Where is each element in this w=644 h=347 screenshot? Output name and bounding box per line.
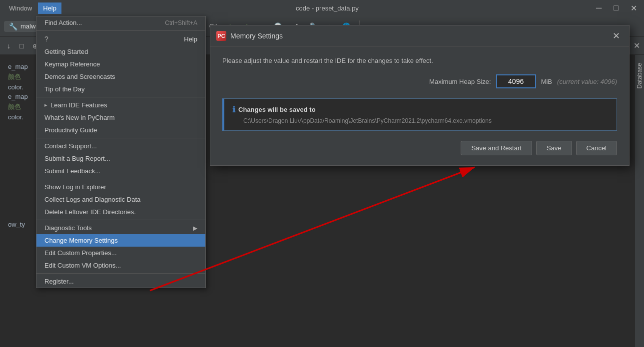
menu-submit-feedback[interactable]: Submit Feedback...	[36, 165, 205, 177]
submit-feedback-label: Submit Feedback...	[44, 167, 100, 175]
heap-size-row: Maximum Heap Size: MiB (current value: 4…	[222, 74, 617, 88]
menu-help-item[interactable]: ? Help	[36, 32, 205, 45]
menu-change-memory[interactable]: Change Memory Settings	[36, 234, 205, 247]
menu-sep-1	[36, 30, 205, 31]
menu-submit-bug[interactable]: Submit a Bug Report...	[36, 152, 205, 165]
save-path-title-text: Changes will be saved to	[238, 106, 316, 113]
memory-settings-dialog[interactable]: PC Memory Settings ✕ Please adjust the v…	[210, 25, 630, 166]
database-tab[interactable]: Database	[635, 59, 644, 92]
whats-new-label: What's New in PyCharm	[44, 114, 114, 121]
edit-vm-options-label: Edit Custom VM Options...	[44, 262, 121, 269]
save-path-title: ℹ Changes will be saved to	[232, 105, 609, 114]
menu-sep-5	[36, 220, 205, 220]
menu-keymap-ref[interactable]: Keymap Reference	[36, 58, 205, 70]
delete-leftover-label: Delete Leftover IDE Directories.	[44, 208, 136, 216]
menu-help[interactable]: Help	[38, 2, 61, 14]
save-path-value: C:\Users\Dragon Liu\AppData\Roaming\JetB…	[243, 117, 609, 124]
help-label: Help	[184, 35, 197, 43]
dialog-title-bar: PC Memory Settings ✕	[210, 25, 629, 47]
help-icon: ?	[44, 35, 48, 43]
right-panel: Database	[635, 55, 644, 347]
title-bar: Window Help code - preset_data.py ─ □ ✕	[0, 0, 644, 16]
help-menu: Find Action... Ctrl+Shift+A ? Help Getti…	[36, 16, 206, 288]
heap-unit-label: MiB	[541, 78, 552, 85]
keymap-ref-label: Keymap Reference	[44, 60, 100, 68]
menu-edit-custom-props[interactable]: Edit Custom Properties...	[36, 247, 205, 259]
menu-learn-ide[interactable]: ▸Learn IDE Features	[36, 99, 205, 111]
save-button[interactable]: Save	[536, 141, 572, 155]
menu-show-log[interactable]: Show Log in Explorer	[36, 181, 205, 193]
tip-of-day-label: Tip of the Day	[44, 85, 84, 93]
title-bar-left: Window Help	[4, 2, 61, 14]
menu-find-action[interactable]: Find Action... Ctrl+Shift+A	[36, 16, 205, 29]
menu-sep-3	[36, 138, 205, 138]
show-log-label: Show Log in Explorer	[44, 183, 106, 191]
menu-contact-support[interactable]: Contact Support...	[36, 140, 205, 152]
learn-ide-label: ▸Learn IDE Features	[44, 101, 107, 109]
dialog-close-button[interactable]: ✕	[610, 29, 623, 42]
cancel-button[interactable]: Cancel	[576, 141, 617, 155]
save-restart-button[interactable]: Save and Restart	[461, 141, 532, 155]
menu-delete-leftover[interactable]: Delete Leftover IDE Directories.	[36, 206, 205, 218]
dialog-buttons: Save and Restart Save Cancel	[222, 141, 617, 155]
maximize-button[interactable]: □	[611, 3, 622, 12]
menu-getting-started[interactable]: Getting Started	[36, 45, 205, 58]
find-action-shortcut: Ctrl+Shift+A	[165, 19, 197, 26]
submit-bug-label: Submit a Bug Report...	[44, 155, 110, 162]
menu-diagnostic-tools[interactable]: Diagnostic Tools ▶	[36, 222, 205, 234]
dialog-body: Please adjust the value and restart the …	[210, 47, 629, 165]
menu-collect-logs[interactable]: Collect Logs and Diagnostic Data	[36, 193, 205, 206]
close-button[interactable]: ✕	[628, 3, 640, 13]
save-path-info: ℹ Changes will be saved to C:\Users\Drag…	[222, 98, 617, 131]
info-icon: ℹ	[232, 105, 235, 114]
getting-started-label: Getting Started	[44, 48, 88, 55]
menu-productivity[interactable]: Productivity Guide	[36, 124, 205, 136]
title-bar-controls: ─ □ ✕	[593, 3, 640, 13]
collect-logs-label: Collect Logs and Diagnostic Data	[44, 196, 140, 203]
diagnostic-tools-label: Diagnostic Tools	[44, 224, 91, 232]
edit-custom-props-label: Edit Custom Properties...	[44, 249, 117, 257]
dialog-app-icon: PC	[216, 31, 226, 41]
heap-size-input[interactable]	[496, 74, 536, 88]
sec-down-btn[interactable]: ↓	[4, 40, 13, 51]
secondary-close-btn[interactable]: ✕	[634, 41, 640, 50]
menu-register[interactable]: Register...	[36, 275, 205, 288]
minimize-button[interactable]: ─	[593, 3, 605, 12]
heap-size-label: Maximum Heap Size:	[429, 78, 491, 85]
dialog-title-text: Memory Settings	[230, 32, 283, 40]
menu-sep-6	[36, 273, 205, 274]
sec-frame-btn[interactable]: □	[16, 40, 26, 51]
menu-edit-vm-options[interactable]: Edit Custom VM Options...	[36, 259, 205, 272]
menu-sep-2	[36, 97, 205, 97]
window-title: code - preset_data.py	[296, 4, 359, 12]
dialog-description: Please adjust the value and restart the …	[222, 57, 617, 64]
menu-sep-4	[36, 179, 205, 179]
dialog-title-left: PC Memory Settings	[216, 31, 283, 41]
find-action-label: Find Action...	[44, 19, 82, 26]
menu-tip-of-day[interactable]: Tip of the Day	[36, 83, 205, 95]
heap-current-value: (current value: 4096)	[557, 78, 617, 85]
change-memory-label: Change Memory Settings	[44, 237, 118, 244]
project-icon: 🔧	[9, 22, 17, 30]
submenu-arrow-icon: ▶	[193, 225, 197, 232]
productivity-label: Productivity Guide	[44, 126, 97, 134]
menu-whats-new[interactable]: What's New in PyCharm	[36, 111, 205, 124]
register-label: Register...	[44, 278, 74, 285]
demos-label: Demos and Screencasts	[44, 73, 115, 80]
menu-window[interactable]: Window	[4, 2, 37, 14]
contact-support-label: Contact Support...	[44, 142, 97, 150]
menu-demos[interactable]: Demos and Screencasts	[36, 70, 205, 83]
